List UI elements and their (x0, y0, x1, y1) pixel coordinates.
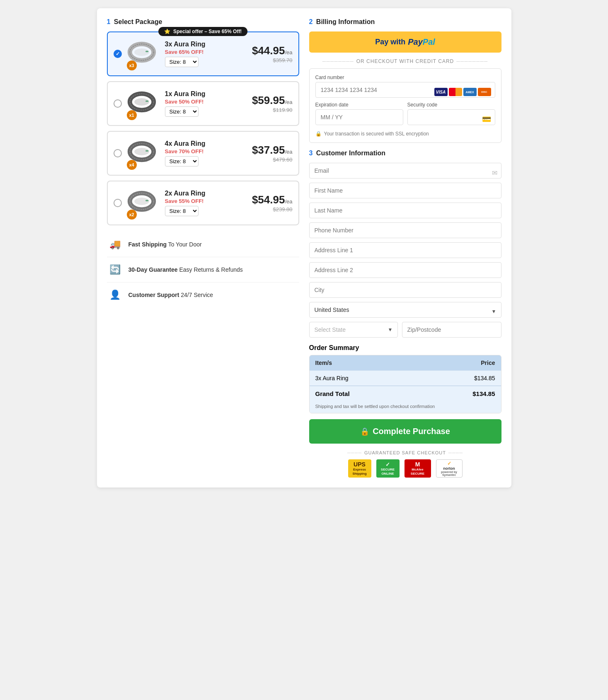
customer-info-section: ✉ United States Canada United Kingdom Au… (309, 163, 501, 338)
country-select[interactable]: United States Canada United Kingdom Aust… (309, 302, 501, 318)
guarantee-icon: 🔄 (107, 261, 124, 278)
star-icon: ⭐ (164, 29, 170, 34)
price-per-1x: /ea (285, 99, 292, 105)
order-summary-row: 3x Aura Ring $134.85 (310, 370, 501, 386)
state-select-wrap: Select State AlabamaAlaskaArizona Califo… (309, 322, 398, 338)
complete-lock-icon: 🔒 (360, 427, 369, 436)
svg-rect-15 (145, 200, 148, 201)
page-container: 1 Select Package ⭐ Special offer – Save … (97, 8, 511, 488)
order-summary-note: Shipping and tax will be settled upon ch… (310, 401, 501, 413)
ssl-text: Your transaction is secured with SSL enc… (324, 131, 429, 137)
grand-total-price: $134.85 (472, 390, 495, 397)
svg-rect-11 (145, 150, 148, 152)
email-field[interactable] (309, 163, 501, 179)
size-select-1x[interactable]: Size: 6Size: 7Size: 8Size: 9Size: 10 (165, 106, 199, 117)
expiry-input[interactable] (315, 109, 403, 125)
last-name-field[interactable] (309, 203, 501, 218)
card-icons: VISA AMEX DISC (434, 88, 491, 96)
secure-badge: ✓ SECUREONLINE (376, 459, 400, 478)
qty-badge-1x: x1 (127, 110, 137, 120)
qty-badge-4x: x4 (127, 160, 137, 170)
radio-2x[interactable] (114, 199, 122, 207)
package-info-4x: 4x Aura Ring Save 70% OFF! Size: 6Size: … (165, 140, 247, 167)
ups-text: ExpressShipping (352, 468, 366, 476)
section-title-2: Billing Information (316, 18, 375, 25)
complete-purchase-button[interactable]: 🔒 Complete Purchase (309, 419, 501, 444)
package-name-3x: 3x Aura Ring (165, 41, 247, 48)
size-select-3x[interactable]: Size: 6Size: 7Size: 8Size: 9Size: 10 (165, 57, 199, 67)
card-number-label: Card number (315, 75, 495, 80)
section-title-3: Customer Information (316, 150, 385, 157)
package-info-2x: 2x Aura Ring Save 55% OFF! Size: 6Size: … (165, 190, 247, 216)
secure-text: SECUREONLINE (381, 468, 395, 476)
size-select-2x[interactable]: Size: 6Size: 7Size: 8Size: 9Size: 10 (165, 206, 199, 216)
state-select[interactable]: Select State AlabamaAlaskaArizona Califo… (309, 322, 398, 338)
zip-field[interactable] (402, 322, 501, 338)
radio-3x[interactable] (114, 50, 122, 58)
order-item-name: 3x Aura Ring (315, 375, 349, 381)
perk-shipping: 🚚 Fast Shipping To Your Door (107, 232, 299, 257)
mcafee-m-icon: M (415, 461, 420, 468)
radio-1x[interactable] (114, 99, 122, 108)
customer-info-title: 3 Customer Information (309, 150, 501, 157)
credit-card-section: Card number VISA AMEX DISC Expiration da… (309, 68, 501, 143)
first-name-field[interactable] (309, 183, 501, 198)
paypal-label: Pay with (375, 38, 405, 46)
package-price-4x: $37.95/ea $479.60 (252, 144, 293, 163)
perk-guarantee: 🔄 30-Day Guarantee Easy Returns & Refund… (107, 257, 299, 282)
paypal-button[interactable]: Pay with PayPal (309, 31, 501, 53)
package-name-1x: 1x Aura Ring (165, 90, 247, 98)
phone-field[interactable] (309, 222, 501, 238)
price-old-1x: $119.90 (252, 107, 293, 113)
price-per-4x: /ea (285, 149, 292, 155)
norton-badge: ✓ norton powered by Symantec (436, 459, 463, 478)
special-offer-text: Special offer – Save 65% Off! (173, 29, 242, 34)
package-name-4x: 4x Aura Ring (165, 140, 247, 147)
security-input-wrap: 💳 (407, 109, 495, 129)
left-column: 1 Select Package ⭐ Special offer – Save … (107, 18, 299, 478)
or-divider: OR CHECKOUT WITH CREDIT CARD (309, 58, 501, 64)
size-select-4x[interactable]: Size: 6Size: 7Size: 8Size: 9Size: 10 (165, 156, 199, 167)
ssl-note: 🔒 Your transaction is secured with SSL e… (315, 131, 495, 137)
lock-icon: 🔒 (315, 131, 322, 137)
email-icon: ✉ (492, 169, 497, 177)
package-inner-3x: x3 3x Aura Ring Save 65% OFF! Size: 6Siz… (114, 37, 293, 70)
perk-support: 👤 Customer Support 24/7 Service (107, 282, 299, 307)
price-old-4x: $479.60 (252, 157, 293, 163)
secure-check-icon: ✓ (385, 461, 390, 468)
price-main-4x: $37.95 (252, 144, 285, 156)
package-card-2x[interactable]: x2 2x Aura Ring Save 55% OFF! Size: 6Siz… (107, 181, 299, 225)
package-inner-4x: x4 4x Aura Ring Save 70% OFF! Size: 6Siz… (114, 137, 293, 170)
address1-field[interactable] (309, 242, 501, 258)
save-text-3x: Save 65% OFF! (165, 49, 247, 55)
svg-rect-3 (145, 51, 148, 52)
security-wrap: Security code 💳 (407, 102, 495, 129)
ring-image-3x: x3 (127, 37, 160, 70)
section-num-2: 2 (309, 18, 313, 25)
save-text-4x: Save 70% OFF! (165, 148, 247, 154)
expiry-wrap: Expiration date (315, 102, 403, 129)
section-num-3: 3 (309, 150, 313, 157)
perks-section: 🚚 Fast Shipping To Your Door 🔄 30-Day Gu… (107, 232, 299, 307)
mcafee-badge: M McAfeeSECURE (405, 459, 431, 478)
price-col-header: Price (481, 360, 495, 366)
svg-rect-7 (145, 100, 148, 102)
package-card-4x[interactable]: x4 4x Aura Ring Save 70% OFF! Size: 6Siz… (107, 131, 299, 176)
order-summary-title: Order Summary (309, 344, 501, 352)
ups-badge: UPS ExpressShipping (348, 459, 371, 478)
trust-badges: UPS ExpressShipping ✓ SECUREONLINE M McA… (309, 459, 501, 478)
package-card-1x[interactable]: x1 1x Aura Ring Save 50% OFF! Size: 6Siz… (107, 81, 299, 126)
norton-text: norton (443, 466, 455, 471)
radio-4x[interactable] (114, 149, 122, 157)
norton-symantec-text: powered by Symantec (436, 471, 462, 476)
ring-image-4x: x4 (127, 137, 160, 170)
package-card-3x[interactable]: ⭐ Special offer – Save 65% Off! x3 (107, 31, 299, 76)
city-field[interactable] (309, 282, 501, 298)
items-col-header: Item/s (315, 360, 332, 366)
address2-field[interactable] (309, 262, 501, 278)
price-main-1x: $59.95 (252, 94, 285, 106)
qty-badge-3x: x3 (127, 60, 137, 70)
amex-icon: AMEX (463, 88, 477, 96)
expiry-label: Expiration date (315, 102, 403, 108)
email-row: ✉ (309, 163, 501, 183)
